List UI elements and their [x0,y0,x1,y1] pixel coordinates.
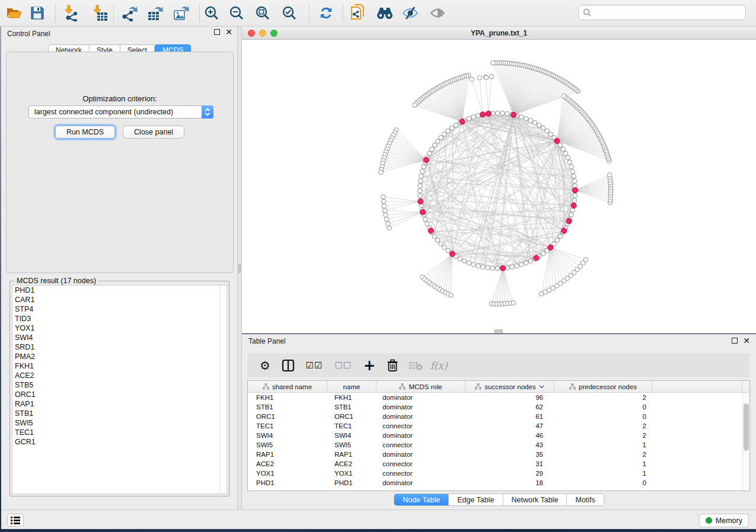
run-mcds-button[interactable]: Run MCDS [55,126,115,139]
hide-panel-icon[interactable] [400,3,420,23]
open-file-icon[interactable] [4,3,24,23]
mcds-result-item[interactable]: CAR1 [12,295,227,305]
table-row[interactable]: ACE2ACE2connector311 [248,459,749,469]
table-scrollbar[interactable] [742,393,749,491]
mcds-result-item[interactable]: PHD1 [12,286,227,295]
column-header-shared-name[interactable]: shared name [248,381,327,392]
task-history-button[interactable] [7,514,24,527]
add-column-icon[interactable]: + [362,358,377,373]
toolbar-separator [343,4,343,22]
table-cell [652,393,742,402]
mcds-result-item[interactable]: SWI4 [12,333,227,342]
table-cell: ACE2 [327,459,377,469]
delete-column-icon[interactable] [385,358,400,373]
table-row[interactable]: PHD1PHD1dominator180 [248,478,749,488]
table-settings-icon[interactable]: ⚙ [258,358,272,373]
column-header-predecessor-nodes[interactable]: predecessor nodes [554,381,652,392]
column-header-name[interactable]: name [327,381,377,392]
table-cell: dominator [377,450,465,459]
search-input[interactable] [591,7,745,18]
table-row[interactable]: STB1STB1dominator620 [248,402,749,412]
deselect-all-icon[interactable]: ☐☐ [333,358,353,373]
float-table-panel-icon[interactable] [732,338,738,344]
mcds-result-item[interactable]: PMA2 [12,352,227,361]
mcds-result-item[interactable]: TID3 [12,314,227,323]
export-image-icon[interactable] [171,3,192,23]
table-row[interactable]: YOX1YOX1connector291 [248,469,749,478]
tab-node-table[interactable]: Node Table [394,494,448,505]
close-table-panel-icon[interactable]: ✕ [743,338,750,344]
close-panel-icon[interactable]: ✕ [225,29,232,35]
mcds-result-group: MCDS result (17 nodes) PHD1CAR1STP4TID3Y… [9,277,229,496]
mcds-result-item[interactable]: STB1 [12,409,227,418]
mcds-result-item[interactable]: RAP1 [12,399,227,409]
table-row[interactable]: ORC1ORC1dominator610 [248,412,749,421]
tab-network-table[interactable]: Network Table [503,494,567,505]
table-cell: connector [377,440,465,450]
hierarchy-icon [399,383,406,390]
mcds-result-item[interactable]: FKH1 [12,361,227,371]
table-cell [652,459,742,469]
export-network-icon[interactable] [120,3,140,23]
select-all-icon[interactable]: ☑☑ [304,358,324,373]
table-row[interactable]: SWI4SWI4dominator462 [248,431,749,440]
column-label: successor nodes [484,383,535,390]
table-cell: STB1 [248,402,327,412]
mcds-result-item[interactable]: YOX1 [12,323,227,333]
vertical-splitter[interactable] [237,27,242,509]
network-titlebar[interactable]: YPA_prune.txt_1 [242,27,756,40]
list-icon [11,517,20,524]
splitter-grip[interactable] [238,264,241,273]
close-panel-button[interactable]: Close panel [123,126,184,139]
table-row[interactable]: FKH1FKH1dominator962 [248,393,749,402]
table-cell: ACE2 [248,459,327,469]
zoom-in-icon[interactable] [202,3,222,23]
export-table-icon[interactable] [145,3,165,23]
function-builder-icon: f(x) [432,358,446,373]
memory-button[interactable]: Memory [699,514,749,527]
optimization-criterion-select[interactable]: largest connected component (undirected) [28,105,213,118]
mcds-result-item[interactable]: ACE2 [12,371,227,380]
mcds-result-item[interactable]: STP4 [12,305,227,314]
table-cell: 0 [554,478,652,488]
zoom-selected-icon[interactable] [279,3,299,23]
clone-network-icon[interactable] [348,3,368,23]
mcds-list-scrollbar[interactable] [219,286,227,493]
show-columns-icon[interactable] [281,358,295,373]
table-cell: connector [377,469,465,478]
mcds-result-item[interactable]: GCR1 [12,437,227,447]
mcds-result-item[interactable]: ORC1 [12,390,227,399]
tab-motifs[interactable]: Motifs [566,494,603,505]
float-panel-icon[interactable] [214,29,220,35]
import-network-icon[interactable] [62,3,82,23]
refresh-icon[interactable] [316,3,336,23]
horizontal-splitter-grip[interactable] [495,329,503,334]
network-graph[interactable] [242,40,756,333]
column-label: MCDS role [409,383,442,390]
table-cell [652,431,742,440]
network-canvas[interactable] [242,40,756,333]
column-header-mcds-role[interactable]: MCDS role [377,381,465,392]
mcds-result-item[interactable]: SWI5 [12,418,227,428]
column-header-scroll-corner [742,381,749,392]
mcds-result-item[interactable]: TEC1 [12,428,227,437]
show-panel-icon[interactable] [428,3,448,23]
table-scrollbar-thumb[interactable] [744,403,749,451]
find-icon[interactable] [375,3,395,23]
table-row[interactable]: TEC1TEC1connector472 [248,421,749,431]
save-icon[interactable] [27,3,47,23]
tab-edge-table[interactable]: Edge Table [448,494,502,505]
table-cell: 46 [465,431,554,440]
mcds-result-list[interactable]: PHD1CAR1STP4TID3YOX1SWI4SRD1PMA2FKH1ACE2… [12,285,227,494]
search-field[interactable] [578,5,746,20]
hierarchy-icon [475,383,481,390]
table-cell: TEC1 [327,421,377,431]
zoom-fit-icon[interactable] [253,3,273,23]
import-table-icon[interactable] [90,3,110,23]
zoom-out-icon[interactable] [227,3,247,23]
mcds-result-item[interactable]: STB5 [12,380,227,390]
column-header-successor-nodes[interactable]: successor nodes [465,381,554,392]
table-row[interactable]: RAP1RAP1dominator352 [248,450,749,459]
table-row[interactable]: SWI5SWI5connector431 [248,440,749,450]
mcds-result-item[interactable]: SRD1 [12,342,227,352]
